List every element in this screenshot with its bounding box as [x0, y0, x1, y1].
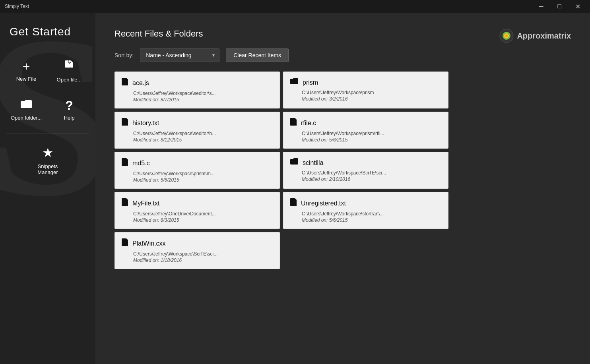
file-card-header: rfile.c	[290, 118, 442, 128]
file-card-header: history.txt	[121, 118, 273, 128]
file-name: rfile.c	[301, 120, 316, 127]
svg-marker-9	[126, 78, 128, 85]
file-modified: Modified on: 8/7/2015	[121, 97, 273, 103]
title-bar: Simply Text ─ □ ✕	[0, 0, 590, 13]
file-path: C:\Users\Jeffrey\OneDrive\Document...	[121, 211, 273, 217]
svg-rect-14	[122, 158, 126, 166]
file-grid: ace.js C:\Users\Jeffrey\Workspace\sedito…	[115, 72, 448, 269]
file-path: C:\Users\Jeffrey\Workspace\seditor\h...	[121, 131, 273, 136]
file-name: PlatWin.cxx	[132, 240, 166, 247]
sort-select-wrapper: Name - Ascending Name - Descending Date …	[140, 48, 219, 62]
file-icon	[121, 158, 128, 168]
file-card-history-txt[interactable]: history.txt C:\Users\Jeffrey\Workspace\s…	[115, 112, 280, 149]
app-body: S Get Started + New File Open file..	[0, 13, 590, 364]
svg-rect-18	[290, 198, 295, 206]
close-button[interactable]: ✕	[569, 0, 587, 13]
svg-marker-13	[295, 118, 297, 126]
file-card-md5-c[interactable]: md5.c C:\Users\Jeffrey\Workspace\prism\m…	[115, 152, 280, 189]
svg-rect-12	[290, 118, 295, 126]
file-icon	[121, 118, 128, 128]
title-bar-text: Simply Text	[3, 4, 29, 9]
file-path: C:\Users\Jeffrey\Workspace\prism	[290, 90, 442, 95]
file-modified: Modified on: 5/6/2015	[290, 137, 442, 143]
file-path: C:\Users\Jeffrey\Workspace\prism\m...	[121, 171, 273, 176]
file-modified: Modified on: 5/6/2015	[121, 177, 273, 183]
file-icon	[290, 118, 297, 128]
file-modified: Modified on: 8/12/2015	[121, 137, 273, 143]
file-card-header: Unregistered.txt	[290, 198, 442, 209]
file-card-header: MyFile.txt	[121, 198, 273, 209]
main-content: Approximatrix Recent Files & Folders Sor…	[95, 13, 590, 364]
file-path: C:\Users\Jeffrey\Workspace\seditor\s...	[121, 91, 273, 96]
file-path: C:\Users\Jeffrey\Workspace\sfortran\...	[290, 211, 442, 217]
file-card-scintilla[interactable]: scintilla C:\Users\Jeffrey\Workspace\Sci…	[283, 152, 448, 189]
file-card-header: scintilla	[290, 158, 442, 168]
file-modified: Modified on: 8/3/2015	[121, 217, 273, 223]
sort-select[interactable]: Name - Ascending Name - Descending Date …	[140, 48, 219, 62]
file-path: C:\Users\Jeffrey\Workspace\SciTE\sci...	[121, 251, 273, 257]
file-modified: Modified on: 3/2/2016	[290, 96, 442, 102]
svg-marker-19	[295, 198, 297, 206]
svg-rect-10	[122, 118, 126, 126]
toolbar: Sort by: Name - Ascending Name - Descend…	[115, 48, 571, 62]
file-card-header: prism	[290, 77, 442, 87]
svg-rect-20	[122, 238, 126, 246]
file-path: C:\Users\Jeffrey\Workspace\SciTE\sci...	[290, 170, 442, 176]
file-card-prism[interactable]: prism C:\Users\Jeffrey\Workspace\prism M…	[283, 72, 448, 108]
file-name: MyFile.txt	[132, 200, 159, 207]
svg-rect-8	[122, 78, 126, 85]
minimize-button[interactable]: ─	[532, 0, 550, 13]
svg-marker-15	[126, 158, 128, 166]
file-name: Unregistered.txt	[301, 200, 346, 207]
file-card-myfile-txt[interactable]: MyFile.txt C:\Users\Jeffrey\OneDrive\Doc…	[115, 192, 280, 229]
file-name: history.txt	[132, 120, 159, 127]
file-modified: Modified on: 1/18/2016	[121, 258, 273, 263]
file-card-platwin-cxx[interactable]: PlatWin.cxx C:\Users\Jeffrey\Workspace\S…	[115, 232, 280, 269]
svg-marker-11	[126, 118, 128, 126]
file-path: C:\Users\Jeffrey\Workspace\prism\rfil...	[290, 131, 442, 136]
file-name: prism	[303, 79, 318, 86]
title-bar-controls: ─ □ ✕	[532, 0, 587, 13]
svg-rect-16	[122, 198, 126, 206]
clear-recent-button[interactable]: Clear Recent Items	[226, 48, 289, 62]
file-modified: Modified on: 2/10/2016	[290, 176, 442, 182]
file-name: ace.js	[132, 79, 149, 87]
sidebar: S Get Started + New File Open file..	[0, 13, 95, 364]
file-card-rfile-c[interactable]: rfile.c C:\Users\Jeffrey\Workspace\prism…	[283, 112, 448, 149]
brand-logo-icon	[499, 29, 514, 43]
file-card-header: PlatWin.cxx	[121, 238, 273, 249]
file-card-ace-js[interactable]: ace.js C:\Users\Jeffrey\Workspace\sedito…	[115, 72, 280, 108]
file-icon	[121, 238, 128, 249]
file-name: md5.c	[132, 160, 150, 167]
file-name: scintilla	[303, 159, 323, 167]
file-card-unregistered-txt[interactable]: Unregistered.txt C:\Users\Jeffrey\Worksp…	[283, 192, 448, 229]
sort-label: Sort by:	[115, 52, 134, 58]
brand-name: Approximatrix	[517, 31, 571, 41]
file-icon	[121, 77, 128, 88]
folder-icon	[290, 77, 299, 87]
svg-point-7	[505, 35, 508, 37]
file-card-header: md5.c	[121, 158, 273, 168]
maximize-button[interactable]: □	[550, 0, 569, 13]
file-icon	[290, 198, 297, 209]
svg-marker-17	[126, 198, 128, 206]
folder-icon	[290, 158, 299, 168]
file-card-header: ace.js	[121, 77, 273, 88]
branding: Approximatrix	[499, 29, 571, 43]
file-modified: Modified on: 5/6/2015	[290, 217, 442, 223]
svg-marker-21	[126, 238, 128, 246]
file-icon	[121, 198, 128, 209]
